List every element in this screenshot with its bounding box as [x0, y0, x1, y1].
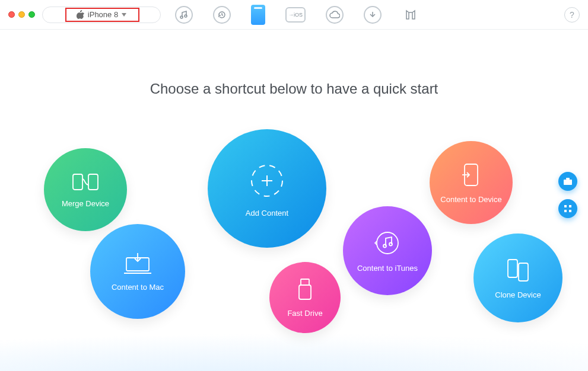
add-content-icon — [246, 160, 288, 202]
svg-point-8 — [377, 232, 398, 254]
svg-rect-12 — [508, 260, 517, 277]
svg-rect-15 — [566, 178, 570, 180]
merge-device-label: Merge Device — [62, 199, 109, 208]
grid-view-fab[interactable] — [558, 199, 577, 218]
content-to-device-icon — [461, 162, 481, 188]
shortcut-canvas: Merge Device Content to Mac Add Content … — [0, 0, 588, 371]
clone-device-shortcut[interactable]: Clone Device — [473, 234, 562, 322]
svg-rect-13 — [519, 263, 528, 281]
svg-rect-7 — [299, 285, 311, 299]
svg-point-10 — [389, 242, 392, 245]
content-to-itunes-icon — [374, 229, 401, 257]
svg-rect-14 — [564, 180, 572, 185]
fast-drive-shortcut[interactable]: Fast Drive — [269, 262, 341, 333]
toolbox-fab[interactable] — [558, 172, 577, 191]
fast-drive-icon — [297, 278, 313, 302]
svg-rect-17 — [569, 205, 571, 207]
merge-device-icon — [72, 172, 99, 192]
svg-point-9 — [383, 244, 386, 247]
svg-rect-2 — [73, 174, 82, 190]
content-to-device-label: Content to Device — [440, 195, 501, 204]
content-to-mac-shortcut[interactable]: Content to Mac — [90, 224, 185, 319]
merge-device-shortcut[interactable]: Merge Device — [44, 148, 127, 231]
svg-rect-3 — [88, 174, 98, 190]
add-content-label: Add Content — [246, 209, 288, 218]
content-to-mac-label: Content to Mac — [112, 283, 164, 292]
content-to-itunes-label: Content to iTunes — [357, 264, 418, 273]
fast-drive-label: Fast Drive — [287, 309, 322, 318]
svg-rect-6 — [301, 279, 309, 285]
content-to-device-shortcut[interactable]: Content to Device — [430, 141, 513, 224]
content-to-itunes-shortcut[interactable]: Content to iTunes — [343, 206, 432, 295]
clone-device-icon — [504, 257, 532, 283]
content-to-mac-icon — [123, 252, 152, 276]
svg-rect-18 — [564, 210, 567, 212]
add-content-shortcut[interactable]: Add Content — [208, 129, 326, 248]
svg-rect-19 — [569, 210, 571, 212]
svg-rect-16 — [564, 205, 567, 207]
clone-device-label: Clone Device — [495, 290, 541, 299]
